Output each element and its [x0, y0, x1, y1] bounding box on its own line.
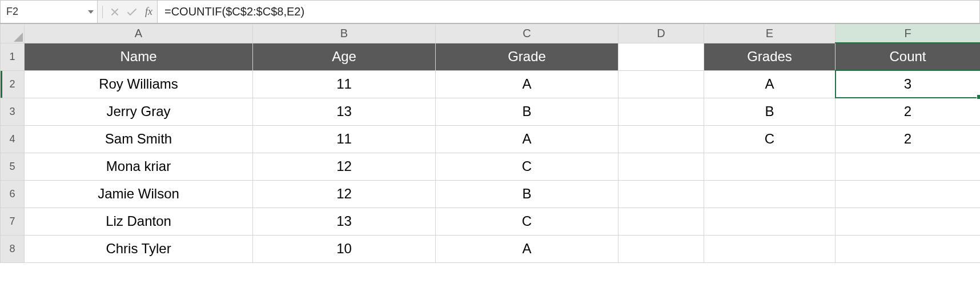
- cell-b1[interactable]: Age: [253, 43, 436, 70]
- cell-f8[interactable]: [836, 235, 981, 262]
- cell-c7[interactable]: C: [436, 208, 618, 235]
- name-box-value: F2: [6, 6, 18, 18]
- select-all-icon: [14, 33, 23, 42]
- cell-e4[interactable]: C: [704, 125, 836, 153]
- formula-text: =COUNTIF($C$2:$C$8,E2): [164, 5, 304, 18]
- row-header-5[interactable]: 5: [1, 153, 25, 180]
- col-header-c[interactable]: C: [436, 23, 618, 43]
- cell-a6[interactable]: Jamie Wilson: [25, 180, 253, 208]
- select-all-corner[interactable]: [1, 23, 25, 43]
- col-header-d[interactable]: D: [618, 23, 704, 43]
- cell-c5[interactable]: C: [436, 153, 618, 180]
- formula-bar-icons: fx: [98, 1, 158, 23]
- cell-f4[interactable]: 2: [836, 125, 981, 153]
- cell-d3[interactable]: [618, 98, 704, 125]
- cell-f5[interactable]: [836, 153, 981, 180]
- row-header-7[interactable]: 7: [1, 208, 25, 235]
- cell-b5[interactable]: 12: [253, 153, 436, 180]
- cell-a2[interactable]: Roy Williams: [25, 70, 253, 98]
- cell-a4[interactable]: Sam Smith: [25, 125, 253, 153]
- row-header-3[interactable]: 3: [1, 98, 25, 125]
- cell-b4[interactable]: 11: [253, 125, 436, 153]
- cell-d5[interactable]: [618, 153, 704, 180]
- spreadsheet-grid[interactable]: A B C D E F 1 Name Age Grade Grades Coun…: [0, 23, 980, 263]
- cell-e1[interactable]: Grades: [704, 43, 836, 70]
- cell-a5[interactable]: Mona kriar: [25, 153, 253, 180]
- cell-e7[interactable]: [704, 208, 836, 235]
- cell-f1[interactable]: Count: [836, 43, 981, 70]
- cell-f2[interactable]: 3: [836, 70, 981, 98]
- dropdown-icon[interactable]: [88, 10, 94, 14]
- cell-c6[interactable]: B: [436, 180, 618, 208]
- col-header-f[interactable]: F: [836, 23, 981, 43]
- cell-d7[interactable]: [618, 208, 704, 235]
- cell-b2[interactable]: 11: [253, 70, 436, 98]
- cell-a7[interactable]: Liz Danton: [25, 208, 253, 235]
- cell-d1[interactable]: [618, 43, 704, 70]
- col-header-a[interactable]: A: [25, 23, 253, 43]
- fx-icon[interactable]: fx: [145, 6, 152, 18]
- cell-a1[interactable]: Name: [25, 43, 253, 70]
- cell-e8[interactable]: [704, 235, 836, 262]
- cell-d8[interactable]: [618, 235, 704, 262]
- cell-a3[interactable]: Jerry Gray: [25, 98, 253, 125]
- cancel-icon[interactable]: [111, 8, 119, 16]
- enter-icon[interactable]: [127, 8, 137, 16]
- cell-d4[interactable]: [618, 125, 704, 153]
- cell-a8[interactable]: Chris Tyler: [25, 235, 253, 262]
- col-header-b[interactable]: B: [253, 23, 436, 43]
- formula-input[interactable]: =COUNTIF($C$2:$C$8,E2): [158, 1, 979, 23]
- cell-c4[interactable]: A: [436, 125, 618, 153]
- row-header-8[interactable]: 8: [1, 235, 25, 262]
- cell-c8[interactable]: A: [436, 235, 618, 262]
- cell-f7[interactable]: [836, 208, 981, 235]
- cell-e2[interactable]: A: [704, 70, 836, 98]
- cell-c3[interactable]: B: [436, 98, 618, 125]
- cell-e6[interactable]: [704, 180, 836, 208]
- cell-c1[interactable]: Grade: [436, 43, 618, 70]
- row-header-6[interactable]: 6: [1, 180, 25, 208]
- name-box[interactable]: F2: [1, 1, 98, 23]
- separator: [102, 6, 103, 18]
- cell-f6[interactable]: [836, 180, 981, 208]
- row-header-2[interactable]: 2: [1, 70, 25, 98]
- cell-b7[interactable]: 13: [253, 208, 436, 235]
- cell-e3[interactable]: B: [704, 98, 836, 125]
- cell-d6[interactable]: [618, 180, 704, 208]
- cell-b3[interactable]: 13: [253, 98, 436, 125]
- cell-c2[interactable]: A: [436, 70, 618, 98]
- cell-d2[interactable]: [618, 70, 704, 98]
- col-header-e[interactable]: E: [704, 23, 836, 43]
- cell-e5[interactable]: [704, 153, 836, 180]
- formula-bar: F2 fx =COUNTIF($C$2:$C$8,E2): [0, 0, 980, 23]
- cell-f3[interactable]: 2: [836, 98, 981, 125]
- row-header-1[interactable]: 1: [1, 43, 25, 70]
- cell-b8[interactable]: 10: [253, 235, 436, 262]
- row-header-4[interactable]: 4: [1, 125, 25, 153]
- cell-b6[interactable]: 12: [253, 180, 436, 208]
